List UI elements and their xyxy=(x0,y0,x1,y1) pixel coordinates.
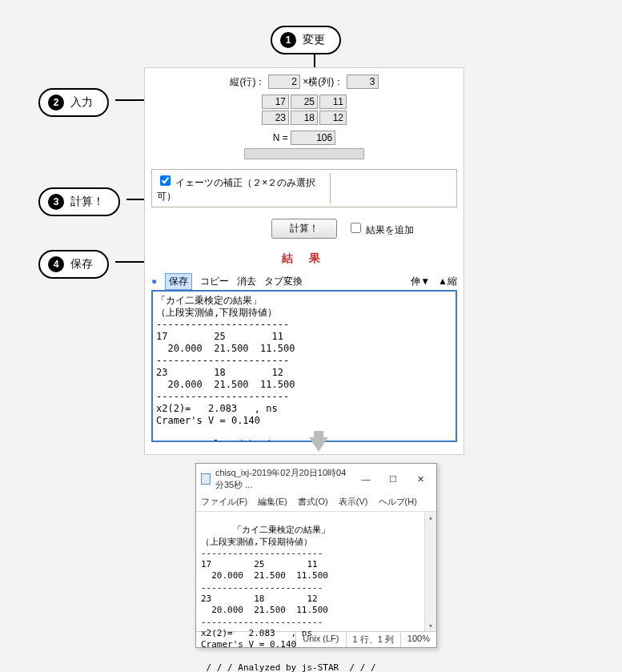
callout-4-label: 保存 xyxy=(70,257,93,272)
n-row: N = xyxy=(151,131,457,145)
yates-label: イェーツの補正（２×２のみ選択可） xyxy=(157,177,315,202)
calculate-button[interactable]: 計算！ xyxy=(271,219,337,239)
copy-button[interactable]: コピー xyxy=(200,275,229,288)
result-textarea[interactable] xyxy=(151,290,457,442)
clear-button[interactable]: 消去 xyxy=(237,275,256,288)
result-heading: 結 果 xyxy=(151,251,457,266)
status-position: 1 行、1 列 xyxy=(346,632,400,647)
menu-help[interactable]: ヘルプ(H) xyxy=(379,497,417,506)
callout-1-number: 1 xyxy=(280,32,296,48)
editor-content: 「カイ二乗検定の結果」 （上段実測値,下段期待値） --------------… xyxy=(201,525,376,672)
minimize-button[interactable]: — xyxy=(355,474,377,484)
callout-3-label: 計算！ xyxy=(70,195,104,209)
close-button[interactable]: ✕ xyxy=(409,474,431,485)
menu-format[interactable]: 書式(O) xyxy=(298,497,328,506)
status-zoom: 100% xyxy=(400,632,436,647)
editor-title: chisq_ixj-2019年02月20日10時04分35秒 ... xyxy=(215,467,350,491)
rows-input[interactable] xyxy=(268,74,300,89)
scroll-down-icon[interactable]: ▾ xyxy=(425,620,436,631)
cell-1-1[interactable] xyxy=(291,111,318,125)
callout-2-label: 入力 xyxy=(70,95,93,110)
cell-0-0[interactable] xyxy=(262,95,289,109)
maximize-button[interactable]: ☐ xyxy=(382,474,404,485)
callout-1: 1 変更 xyxy=(271,26,341,54)
result-toolbar: ● 保存 コピー 消去 タブ変換 伸▼ ▲縮 xyxy=(151,274,457,288)
cell-1-2[interactable] xyxy=(319,111,347,125)
callout-1-label: 変更 xyxy=(303,33,325,47)
append-result-checkbox[interactable] xyxy=(351,223,361,233)
cell-0-2[interactable] xyxy=(319,95,347,109)
callout-4-number: 4 xyxy=(48,256,64,272)
rows-label: 縦(行)： xyxy=(230,76,265,87)
shrink-button[interactable]: ▲縮 xyxy=(438,275,457,288)
n-input[interactable] xyxy=(291,131,335,145)
menu-edit[interactable]: 編集(E) xyxy=(258,497,287,506)
callout-3-number: 3 xyxy=(48,194,64,210)
yates-box: イェーツの補正（２×２のみ選択可） xyxy=(151,169,457,207)
callout-3: 3 計算！ xyxy=(38,187,120,216)
editor-window: chisq_ixj-2019年02月20日10時04分35秒 ... — ☐ ✕… xyxy=(195,463,437,648)
cell-0-1[interactable] xyxy=(291,95,318,109)
arrow-down-icon xyxy=(309,437,328,452)
append-result-label: 結果を追加 xyxy=(366,224,414,235)
dimensions-row: 縦(行)： ×横(列)： xyxy=(151,74,457,89)
data-grid xyxy=(261,94,347,126)
toolbar-bullet-icon: ● xyxy=(151,276,157,287)
editor-file-icon xyxy=(201,473,211,485)
callout-2-number: 2 xyxy=(48,95,64,111)
editor-titlebar: chisq_ixj-2019年02月20日10時04分35秒 ... — ☐ ✕ xyxy=(196,464,436,494)
menu-file[interactable]: ファイル(F) xyxy=(201,497,247,506)
yates-checkbox[interactable] xyxy=(160,175,171,186)
editor-menubar: ファイル(F) 編集(E) 書式(O) 表示(V) ヘルプ(H) xyxy=(196,494,436,511)
cols-input[interactable] xyxy=(347,74,379,89)
cols-label: ×横(列)： xyxy=(303,76,343,87)
expand-button[interactable]: 伸▼ xyxy=(411,275,430,288)
save-button[interactable]: 保存 xyxy=(165,273,192,290)
n-label: N = xyxy=(273,132,288,143)
callout-2: 2 入力 xyxy=(38,88,109,117)
scroll-up-icon[interactable]: ▴ xyxy=(425,512,436,523)
app-panel: 縦(行)： ×横(列)： N = イェーツの xyxy=(144,67,464,455)
menu-view[interactable]: 表示(V) xyxy=(339,497,368,506)
spacer-bar xyxy=(244,148,364,159)
tabconv-button[interactable]: タブ変換 xyxy=(264,275,303,288)
editor-scrollbar[interactable]: ▴ ▾ xyxy=(424,512,436,631)
callout-4: 4 保存 xyxy=(38,250,109,279)
editor-body[interactable]: 「カイ二乗検定の結果」 （上段実測値,下段期待値） --------------… xyxy=(196,511,436,631)
cell-1-0[interactable] xyxy=(262,111,289,125)
